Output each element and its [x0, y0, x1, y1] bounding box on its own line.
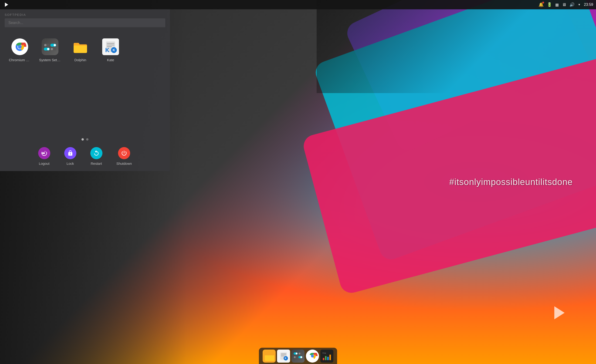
wallpaper-text: #itsonlyimpossibleuntilitsdone: [449, 177, 573, 187]
svg-point-37: [311, 355, 314, 357]
shutdown-label: Shutdown: [116, 162, 132, 165]
svg-point-4: [18, 45, 22, 49]
battery-icon[interactable]: 🔋: [547, 2, 552, 7]
app-item-system-settings[interactable]: System Settings: [37, 36, 63, 130]
lock-label: Lock: [67, 162, 74, 165]
taskbar-htop[interactable]: htop: [320, 349, 333, 363]
restart-button[interactable]: [90, 147, 103, 159]
svg-point-31: [298, 353, 300, 355]
restart-item[interactable]: Restart: [90, 147, 103, 165]
svg-point-10: [47, 48, 49, 50]
dropdown-arrow-icon[interactable]: ▼: [578, 3, 581, 6]
taskbar-chromium[interactable]: [306, 349, 319, 363]
pagination-dot-2[interactable]: [86, 138, 89, 141]
logout-item[interactable]: Logout: [38, 147, 50, 165]
volume-icon[interactable]: 🔊: [569, 2, 574, 7]
svg-point-6: [44, 44, 46, 46]
svg-text:K: K: [105, 47, 109, 53]
svg-text:htop: htop: [322, 352, 326, 354]
panel-time: 23:59: [584, 3, 593, 7]
taskbar: K htop: [259, 348, 337, 364]
chromium-icon: [11, 38, 28, 55]
logout-label: Logout: [39, 162, 50, 165]
chromium-label: Chromium We...: [9, 58, 31, 62]
svg-rect-25: [281, 356, 284, 356]
svg-text:K: K: [285, 357, 287, 360]
restart-label: Restart: [90, 162, 102, 165]
taskbar-dolphin[interactable]: [263, 349, 276, 363]
svg-point-35: [300, 356, 302, 358]
taskbar-settings[interactable]: [291, 349, 305, 363]
softpedia-label: SOFTPEDIA: [5, 13, 165, 16]
system-settings-label: System Settings: [39, 58, 61, 62]
wallpaper-play-button[interactable]: [550, 304, 568, 322]
svg-point-29: [296, 353, 298, 355]
taskbar-kate[interactable]: K: [277, 349, 290, 363]
panel-right: 🔔 🔋 ▩ 🖥 🔊 ▼ 23:59: [538, 2, 593, 7]
notification-icon[interactable]: 🔔: [538, 2, 544, 7]
top-panel: 🔔 🔋 ▩ 🖥 🔊 ▼ 23:59: [0, 0, 596, 9]
dolphin-label: Dolphin: [74, 58, 86, 62]
svg-rect-42: [329, 355, 331, 360]
pagination: [0, 135, 170, 143]
play-icon: [5, 3, 8, 7]
app-launcher: SOFTPEDIA Chromium: [0, 9, 170, 171]
shutdown-button[interactable]: [118, 147, 130, 159]
pagination-dot-1[interactable]: [82, 138, 84, 141]
power-bar: Logout Lock Restart: [0, 143, 170, 171]
lock-button[interactable]: [64, 147, 76, 159]
kate-label: Kate: [107, 58, 114, 62]
svg-rect-23: [281, 354, 286, 354]
app-item-kate[interactable]: K K Kate: [98, 36, 123, 130]
svg-rect-41: [327, 357, 329, 360]
svg-rect-40: [325, 356, 326, 360]
panel-left: [3, 1, 10, 8]
svg-point-33: [294, 356, 296, 358]
dolphin-icon: [72, 38, 89, 55]
svg-point-12: [51, 48, 53, 50]
wallpaper-tagline: #itsonlyimpossibleuntilitsdone: [449, 177, 573, 187]
dark-overlay-top-right: [317, 0, 596, 93]
twitch-icon[interactable]: ▩: [555, 3, 559, 7]
shutdown-item[interactable]: Shutdown: [116, 147, 132, 165]
svg-rect-16: [107, 45, 114, 45]
search-input[interactable]: [5, 18, 165, 27]
lock-item[interactable]: Lock: [64, 147, 76, 165]
kate-icon: K K: [102, 38, 119, 55]
app-item-chromium[interactable]: Chromium We...: [7, 36, 33, 130]
svg-rect-24: [281, 355, 286, 355]
logout-button[interactable]: [38, 147, 50, 159]
play-triangle-icon: [554, 306, 565, 319]
system-settings-icon: [42, 38, 59, 55]
svg-rect-39: [323, 358, 324, 360]
launcher-header: SOFTPEDIA: [0, 9, 170, 30]
svg-rect-15: [107, 43, 114, 44]
svg-text:K: K: [113, 48, 115, 52]
apps-grid: Chromium We... System Set: [0, 30, 170, 135]
launcher-button[interactable]: [3, 1, 10, 8]
app-item-dolphin[interactable]: Dolphin: [67, 36, 93, 130]
svg-point-8: [53, 44, 56, 46]
screen-icon[interactable]: 🖥: [562, 2, 566, 7]
